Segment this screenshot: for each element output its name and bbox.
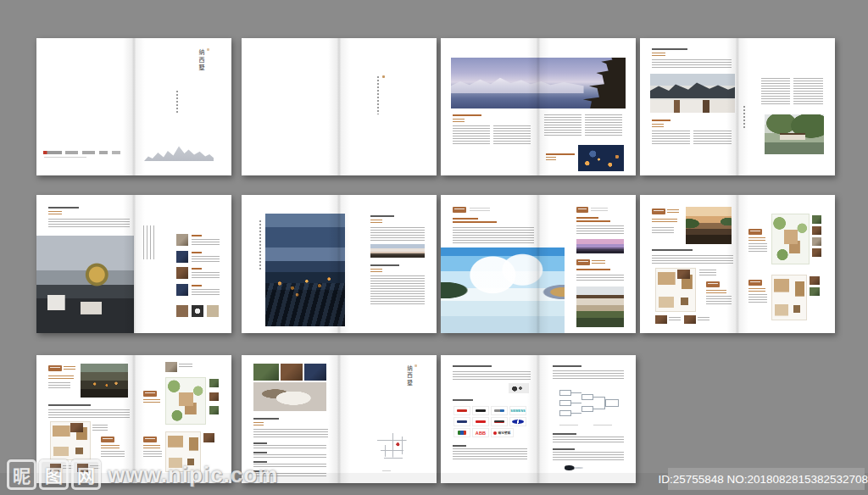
brand-logo-black	[472, 406, 489, 415]
heading-accent	[576, 269, 610, 270]
plan-thumb	[812, 248, 821, 257]
heading-bar	[370, 215, 394, 217]
gallery-photo-3	[304, 364, 326, 381]
section-subheading	[453, 119, 465, 122]
heading-bar	[553, 365, 581, 367]
back-cover-logo-5	[112, 151, 120, 154]
body-text	[652, 59, 732, 68]
thumb-caption	[698, 317, 709, 320]
plan-text	[143, 451, 162, 458]
body-text	[48, 219, 130, 229]
tag-label	[576, 259, 590, 265]
brand-logo-multicolor	[453, 428, 470, 437]
plan-text	[101, 451, 125, 458]
photo-waterside-village	[81, 364, 128, 398]
photo-villa-exterior	[576, 286, 624, 327]
tag-label	[143, 437, 157, 442]
photo-snow-mountain-pano	[370, 244, 425, 258]
heading-accent	[652, 120, 670, 121]
body-text	[370, 275, 425, 306]
body-text-column	[693, 131, 732, 144]
heading-accent	[453, 218, 478, 220]
plan-text	[748, 243, 767, 253]
vertical-caption	[743, 106, 745, 128]
watermark-char-2: 图	[39, 459, 69, 490]
nipic-watermark: 昵 图 网 www.nipic.com	[7, 459, 278, 490]
body-text	[553, 370, 624, 381]
gallery-photo-1	[253, 364, 279, 381]
cover-vertical-caption	[176, 91, 178, 114]
plan-subtitle	[706, 290, 726, 293]
watermark-char-3: 网	[71, 459, 101, 490]
thumb-caption	[179, 364, 192, 367]
plan-subtitle	[48, 375, 74, 380]
spread-lake	[441, 195, 636, 333]
heading-accent	[576, 217, 598, 219]
body-text	[652, 255, 733, 264]
detail-text-3	[192, 272, 220, 280]
diagram-caption	[593, 425, 612, 427]
diagram-caption	[559, 425, 578, 427]
brand-logo-dark-red	[491, 417, 508, 426]
plan-subtitle	[748, 237, 765, 241]
site-plan	[771, 214, 810, 264]
body-text	[576, 275, 624, 282]
spread-cover: 纳西墅	[36, 38, 231, 175]
tag-label	[576, 207, 588, 213]
material-swatch-3	[207, 305, 219, 317]
body-text-column	[453, 125, 490, 144]
photo-snow-mountain-temple	[451, 58, 626, 108]
brand-logo-blue-ellipse	[509, 417, 526, 426]
brand-logo-gray-blue	[491, 406, 508, 415]
material-swatch-1	[176, 305, 188, 317]
body-text-column	[544, 114, 581, 136]
brand-logo-red-2	[472, 417, 489, 426]
heading-accent	[453, 221, 497, 223]
photo-speaker-device	[509, 383, 529, 393]
watermark-char-1: 昵	[7, 459, 36, 490]
plan-thumb	[810, 276, 820, 285]
detail-heading-3	[192, 268, 202, 270]
intro-seal-mark	[382, 75, 385, 78]
detail-text-2	[192, 256, 220, 264]
spread-floorplans-a	[640, 195, 835, 333]
tag-side-accent	[667, 209, 679, 214]
heading-bar	[652, 48, 687, 50]
plan-text	[748, 294, 767, 303]
spread-spine	[123, 38, 145, 175]
body-text-column	[793, 78, 823, 105]
detail-heading-4	[192, 285, 202, 286]
tag-side-accent	[592, 260, 605, 264]
plan-thumb	[812, 215, 821, 224]
tag-side-accent	[64, 366, 75, 370]
caption-sub	[546, 157, 556, 160]
vertical-text-columns	[143, 225, 155, 259]
plan-thumb	[209, 392, 219, 401]
brand-logo-ruibao: 瑞宝壁纸	[491, 428, 514, 437]
back-cover-fine-print	[44, 157, 86, 159]
watermark-url: www.nipic.com	[108, 462, 278, 488]
location-sketch-map	[376, 428, 416, 467]
detail-text-1	[192, 239, 220, 247]
body-text	[453, 448, 527, 460]
photo-courtyard-dusk	[36, 236, 134, 333]
plan-thumb	[209, 406, 219, 414]
photo-lijiang-dusk	[265, 214, 345, 326]
detail-photo-4	[176, 284, 188, 296]
section-heading-accent	[453, 114, 481, 116]
body-text-column	[493, 125, 531, 144]
plan-subtitle	[143, 399, 160, 403]
body-text	[453, 371, 531, 381]
intro-vertical-text	[377, 76, 379, 114]
subheading-accent	[370, 220, 382, 223]
tag-label	[748, 229, 762, 235]
gallery-photo-wide	[253, 382, 326, 411]
title-seal-mark	[415, 364, 417, 367]
body-text	[576, 225, 624, 236]
plan-text	[706, 296, 732, 304]
plan-subtitle	[652, 219, 677, 224]
brand-logo-navy	[453, 417, 470, 426]
spread-brands-systems: SIEMENS ABB 瑞宝壁纸	[441, 355, 636, 483]
plan-thumb	[810, 287, 820, 296]
plan-thumb	[812, 237, 821, 246]
